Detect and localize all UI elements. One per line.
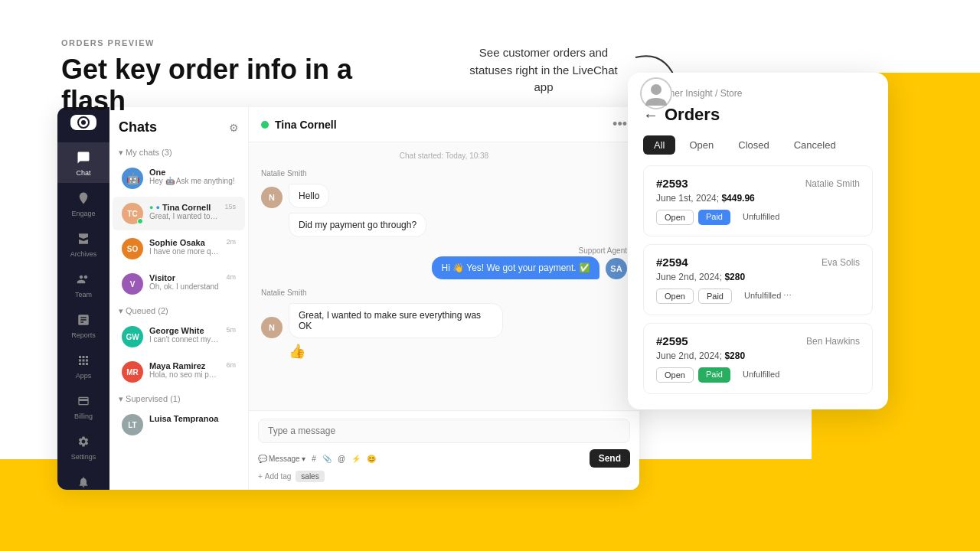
sidebar-item-billing[interactable]: Billing xyxy=(57,386,109,426)
svg-point-2 xyxy=(81,120,86,125)
chat-main: Tina Cornell ••• Chat started: Today, 10… xyxy=(249,107,639,490)
sidebar-item-engage[interactable]: Engage xyxy=(57,183,109,223)
badge-paid-2594: Paid xyxy=(698,289,732,304)
chat-avatar-luisa: LT xyxy=(122,414,143,435)
chat-messages: Chat started: Today, 10:38 Natalie Smith… xyxy=(249,142,639,410)
badge-open-2593: Open xyxy=(656,210,694,225)
tab-all[interactable]: All xyxy=(643,135,675,155)
chat-item-maya[interactable]: MR Maya Ramirez Hola, no seo mi pedido e… xyxy=(113,355,245,389)
tab-closed[interactable]: Closed xyxy=(727,135,779,155)
chat-menu-icon[interactable]: ••• xyxy=(612,116,627,132)
sidebar-label-settings: Settings xyxy=(71,453,96,461)
msg-group-agent: Support Agent Hi 👋 Yes! We got your paym… xyxy=(261,246,627,279)
sidebar-item-apps[interactable]: Apps xyxy=(57,345,109,386)
archives-icon xyxy=(74,230,93,248)
chat-time-visitor: 4m xyxy=(226,273,236,281)
chat-time-maya: 6m xyxy=(226,361,236,369)
order-customer-2594: Eva Solis xyxy=(822,257,860,268)
msg-bubble-ok: Great, I wanted to make sure everything … xyxy=(289,303,503,338)
natalie-avatar: N xyxy=(261,187,283,208)
natalie-avatar-2: N xyxy=(261,317,283,338)
action-btn[interactable]: ⚡ xyxy=(351,455,361,463)
chat-preview-tina: Great, I wanted to make sure ever... xyxy=(149,212,218,220)
chat-avatar-maya: MR xyxy=(122,361,143,383)
sidebar-item-reports[interactable]: Reports xyxy=(57,305,109,345)
sidebar-label-engage: Engage xyxy=(71,210,95,217)
chat-item-visitor[interactable]: V Visitor Oh, ok. I understand 4m xyxy=(113,267,245,301)
order-card-header-2593: #2593 Natalie Smith xyxy=(656,177,860,190)
chat-toolbar: 💬 Message ▾ # 📎 @ ⚡ 😊 Send xyxy=(258,449,630,468)
chat-name-visitor: Visitor xyxy=(149,273,220,282)
filter-icon[interactable]: ⚙ xyxy=(229,122,239,134)
msg-group-natalie-1: Natalie Smith N Hello Did my payment go … xyxy=(261,169,627,237)
badge-paid-2593: Paid xyxy=(698,210,730,225)
sidebar-label-chat: Chat xyxy=(76,169,90,177)
sidebar-label-team: Team xyxy=(75,291,92,298)
order-card-header-2595: #2595 Ben Hawkins xyxy=(656,334,860,347)
send-button[interactable]: Send xyxy=(590,449,630,468)
sidebar-item-archives[interactable]: Archives xyxy=(57,223,109,264)
chat-avatar-visitor: V xyxy=(122,273,143,295)
chat-name-sophie: Sophie Osaka xyxy=(149,238,220,247)
chat-avatar-george: GW xyxy=(122,326,143,347)
chats-title: Chats xyxy=(119,119,157,135)
billing-icon xyxy=(74,392,93,410)
my-chats-label: ▾ My chats (3) xyxy=(109,143,248,161)
chat-input-area: 💬 Message ▾ # 📎 @ ⚡ 😊 Send + Add tag sal… xyxy=(249,410,639,490)
order-badges-2594: Open Paid Unfulfilled ⋯ xyxy=(656,289,860,304)
emoji-btn[interactable]: 😊 xyxy=(367,455,376,463)
msg-sender-natalie-2: Natalie Smith xyxy=(261,289,627,297)
order-card-2594[interactable]: #2594 Eva Solis June 2nd, 2024; $280 Ope… xyxy=(643,244,873,315)
sidebar-item-team[interactable]: Team xyxy=(57,264,109,305)
chat-item-one[interactable]: 🤖 One Hey 🤖 Ask me anything! xyxy=(113,161,245,195)
badge-open-2594: Open xyxy=(656,289,694,304)
tab-canceled[interactable]: Canceled xyxy=(783,135,847,155)
msg-bubble-payment: Did my payment go through? xyxy=(289,213,426,237)
sidebar-item-chat[interactable]: Chat xyxy=(57,142,109,183)
badge-unfulfilled-2594: Unfulfilled ⋯ xyxy=(737,289,799,304)
chat-info-sophie: Sophie Osaka I have one more question. C… xyxy=(149,238,220,256)
msg-bubble-hello: Hello xyxy=(289,184,329,208)
chat-name-maya: Maya Ramirez xyxy=(149,361,220,370)
order-date-2594: June 2nd, 2024; $280 xyxy=(656,272,860,282)
order-card-2595[interactable]: #2595 Ben Hawkins June 2nd, 2024; $280 O… xyxy=(643,323,873,394)
agent-avatar: SA xyxy=(606,258,627,279)
chat-item-luisa[interactable]: LT Luisa Tempranoa xyxy=(113,408,245,442)
blue-check-icon: ● xyxy=(155,204,159,211)
chat-preview-george: I can't connect my card... xyxy=(149,335,220,344)
chat-item-george[interactable]: GW George White I can't connect my card.… xyxy=(113,320,245,354)
chat-header-name: Tina Cornell xyxy=(275,119,337,131)
message-dropdown[interactable]: 💬 Message ▾ xyxy=(258,455,305,463)
sidebar-item-news[interactable]: News xyxy=(57,467,109,490)
sidebar-item-settings[interactable]: Settings xyxy=(57,426,109,467)
msg-row-hello: N Hello xyxy=(261,184,627,208)
chat-system-msg: Chat started: Today, 10:38 xyxy=(261,152,627,160)
reports-icon xyxy=(74,311,93,329)
mention-btn[interactable]: @ xyxy=(338,455,345,463)
toolbar-left: 💬 Message ▾ # 📎 @ ⚡ 😊 xyxy=(258,455,582,463)
insight-panel-inner: Customer Insight / Store ← Orders All Op… xyxy=(628,73,888,409)
add-tag-button[interactable]: + Add tag xyxy=(258,472,291,481)
chat-header-left: Tina Cornell xyxy=(261,119,337,131)
chat-name-tina: ● ● Tina Cornell xyxy=(149,203,218,212)
chat-time-tina: 15s xyxy=(224,203,236,210)
order-card-header-2594: #2594 Eva Solis xyxy=(656,256,860,269)
msg-bubble-agent: Hi 👋 Yes! We got your payment. ✅ xyxy=(432,256,599,279)
chat-item-sophie[interactable]: SO Sophie Osaka I have one more question… xyxy=(113,232,245,266)
hashtag-btn[interactable]: # xyxy=(312,455,316,463)
order-customer-2595: Ben Hawkins xyxy=(806,336,860,347)
sales-tag[interactable]: sales xyxy=(296,471,324,482)
order-card-2593[interactable]: #2593 Natalie Smith June 1st, 2024; $449… xyxy=(643,165,873,236)
sidebar-label-archives: Archives xyxy=(70,250,97,258)
chats-panel: Chats ⚙ ▾ My chats (3) 🤖 One Hey 🤖 Ask m… xyxy=(109,107,249,490)
msg-row-payment: Did my payment go through? xyxy=(261,213,627,237)
chat-online-dot xyxy=(261,121,269,129)
tab-open[interactable]: Open xyxy=(678,135,724,155)
attachment-btn[interactable]: 📎 xyxy=(322,455,332,463)
chat-item-tina[interactable]: TC ● ● Tina Cornell Great, I wanted to m… xyxy=(113,197,245,230)
badge-paid-2595: Paid xyxy=(698,367,730,383)
chat-input[interactable] xyxy=(258,419,630,443)
sidebar-bottom: Billing Settings News U xyxy=(57,386,109,490)
annotation-text: See customer orders and statuses right i… xyxy=(467,44,620,96)
sidebar-label-apps: Apps xyxy=(76,372,92,380)
